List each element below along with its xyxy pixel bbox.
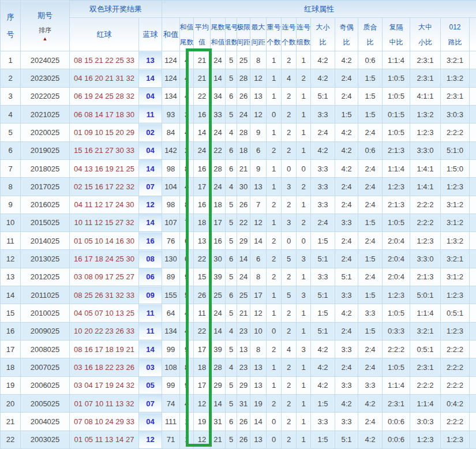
max-gap-cell: 19 [250, 394, 267, 412]
road-012-ratio-cell: 1:3:2 [441, 232, 470, 250]
col-header-limit-gap: 极限间距 [237, 18, 250, 51]
big-small-ratio-cell: 3:3 [311, 413, 335, 431]
tail-group-count-cell: 4 [226, 124, 237, 141]
odd-even-ratio-cell: 3:3 [335, 214, 358, 231]
sort-control[interactable]: 排序 [39, 26, 51, 35]
repeat-count-cell: 2 [267, 232, 282, 250]
tail-sum-cell: 16 [211, 232, 226, 250]
blue-ball-cell: 12 [139, 196, 162, 214]
big-small-ratio-cell: 2:4 [311, 214, 335, 231]
blue-ball-cell: 14 [139, 214, 162, 231]
spacer-cell [470, 431, 476, 448]
header-label-line: 连号 [297, 24, 310, 31]
odd-even-ratio-cell: 2:4 [335, 232, 358, 250]
table-row: 13201202503 08 09 17 25 2706899153952482… [1, 268, 476, 286]
header-label-line: 比 [367, 39, 374, 46]
tail-group-count-cell: 5 [226, 394, 237, 412]
average-cell: 24 [194, 141, 211, 159]
prime-composite-ratio-cell: 1:5 [358, 214, 383, 231]
header-row-columns: 红球 蓝球 和值 和值尾数平均值尾数和值尾号组数极限间距最大间距重号个数连号个数… [1, 18, 476, 51]
blue-ball-cell: 03 [139, 358, 162, 376]
table-row: 1202402508 15 21 22 25 33131244212452581… [1, 51, 476, 69]
max-gap-cell: 12 [250, 69, 267, 87]
limit-gap-cell: 13 [237, 341, 250, 358]
serial-label-line2: 号 [7, 29, 14, 40]
big-small-ratio-cell: 3:3 [311, 105, 335, 123]
road-012-ratio-cell: 1:2:3 [441, 286, 470, 304]
average-cell: 18 [194, 214, 211, 231]
col-header-prime-composite-ratio: 质合比 [358, 18, 383, 51]
max-gap-cell: 8 [250, 268, 267, 286]
blue-ball-cell: 14 [139, 69, 162, 87]
group-header-lottery-results: 双色球开奖结果 [70, 1, 162, 18]
max-gap-cell: 17 [250, 286, 267, 304]
blue-ball-cell: 02 [139, 124, 162, 141]
table-row: 20200502501 07 10 11 13 3207744121453119… [1, 394, 476, 412]
sum-tail-cell: 2 [180, 141, 194, 159]
consecutive-group-count-cell: 1 [297, 431, 311, 448]
table-row: 18200702503 16 18 22 23 2603108818284231… [1, 358, 476, 376]
big-small-ratio-cell: 2:4 [311, 124, 335, 141]
odd-even-ratio-cell: 4:2 [335, 159, 358, 177]
period-cell: 2009025 [21, 322, 70, 340]
col-header-sum-tail: 和值尾数 [180, 18, 194, 51]
prime-composite-ratio-cell: 4:2 [358, 394, 383, 412]
road-012-ratio-cell: 3:2:1 [441, 51, 470, 69]
odd-even-ratio-cell: 3:3 [335, 376, 358, 394]
odd-even-ratio-cell: 2:4 [335, 178, 358, 196]
max-gap-cell: 9 [250, 159, 267, 177]
sum-cell: 99 [162, 376, 180, 394]
period-cell: 2018025 [21, 159, 70, 177]
spacer-cell [470, 51, 476, 69]
consecutive-group-count-cell: 2 [297, 69, 311, 87]
odd-even-ratio-cell: 3:3 [335, 413, 358, 431]
tail-sum-cell: 28 [211, 358, 226, 376]
prime-composite-ratio-cell: 2:4 [358, 196, 383, 214]
repeat-skip-mid-ratio-cell: 1:0:5 [383, 87, 410, 105]
consecutive-count-cell: 5 [282, 250, 297, 268]
consecutive-count-cell: 2 [282, 358, 297, 376]
table-row: 19200602503 04 17 19 24 3205999172952913… [1, 376, 476, 394]
tail-group-count-cell: 4 [226, 358, 237, 376]
header-label-line: 最大 [252, 24, 265, 31]
col-header-period[interactable]: 期号 排序 ▲ [21, 1, 70, 51]
tail-group-count-cell: 5 [226, 51, 237, 69]
col-header-blue-ball: 蓝球 [139, 18, 162, 51]
repeat-skip-mid-ratio-cell: 2:0:4 [383, 232, 410, 250]
period-cell: 2024025 [21, 51, 70, 69]
tail-sum-cell: 18 [211, 196, 226, 214]
period-cell: 2016025 [21, 196, 70, 214]
blue-ball-cell: 11 [139, 304, 162, 322]
sum-cell: 74 [162, 394, 180, 412]
repeat-count-cell: 0 [267, 431, 282, 448]
tail-group-count-cell: 5 [226, 304, 237, 322]
tail-sum-cell: 39 [211, 268, 226, 286]
consecutive-count-cell: 2 [282, 105, 297, 123]
table-header: 序 号 期号 排序 ▲ 双色球开奖结果 红球属性 红球 蓝球 和值 [1, 1, 476, 51]
sum-tail-cell: 4 [180, 87, 194, 105]
table-row: 8201702502 15 16 17 22 32071044172443013… [1, 178, 476, 196]
spacer-cell [470, 159, 476, 177]
consecutive-group-count-cell: 1 [297, 376, 311, 394]
road-012-ratio-cell: 2:2:2 [441, 413, 470, 431]
period-cell: 2003025 [21, 431, 70, 448]
sum-cell: 134 [162, 87, 180, 105]
sum-cell: 130 [162, 250, 180, 268]
consecutive-count-cell: 3 [282, 178, 297, 196]
table-row: 21200402507 08 10 24 29 3304111119316261… [1, 413, 476, 431]
max-gap-cell: 12 [250, 105, 267, 123]
big-mid-small-ratio-cell: 5:0:1 [410, 286, 441, 304]
big-mid-small-ratio-cell: 3:2:1 [410, 322, 441, 340]
consecutive-count-cell: 2 [282, 51, 297, 69]
table-row: 2202302504 16 20 21 31 32141244211452812… [1, 69, 476, 87]
odd-even-ratio-cell: 2:4 [335, 87, 358, 105]
max-gap-cell: 6 [250, 141, 267, 159]
limit-gap-cell: 28 [237, 124, 250, 141]
spacer-cell [470, 87, 476, 105]
big-mid-small-ratio-cell: 2:3:1 [410, 69, 441, 87]
sum-tail-cell: 6 [180, 232, 194, 250]
table-row: 15201002504 05 07 10 13 2511644112452112… [1, 304, 476, 322]
sum-cell: 124 [162, 51, 180, 69]
period-cell: 2005025 [21, 394, 70, 412]
big-mid-small-ratio-cell: 2:1:3 [410, 268, 441, 286]
